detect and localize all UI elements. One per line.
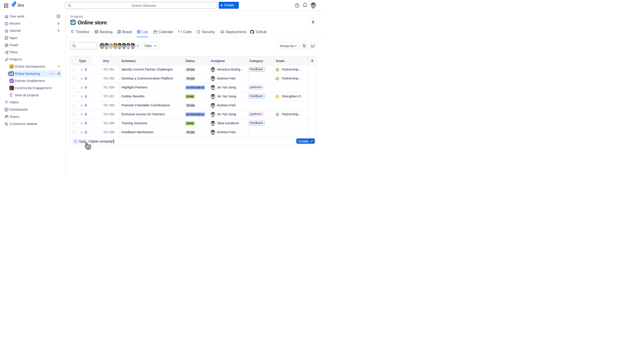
svg-text:?: ? — [296, 4, 298, 7]
